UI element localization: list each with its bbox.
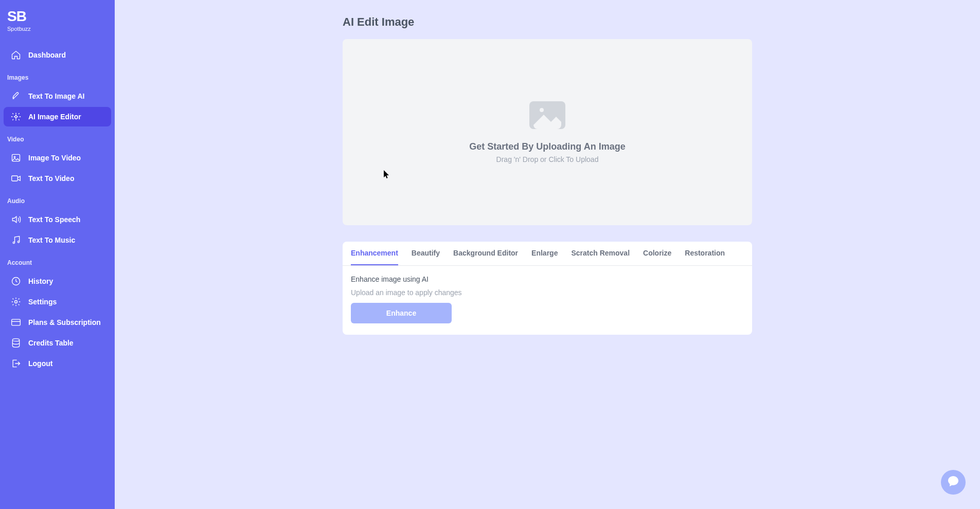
database-icon	[11, 338, 21, 348]
edit-options-card: Enhancement Beautify Background Editor E…	[343, 242, 752, 335]
chat-widget-button[interactable]	[941, 470, 966, 495]
sidebar-item-label: Credits Table	[28, 339, 74, 347]
image-placeholder-icon	[529, 101, 565, 131]
video-icon	[11, 173, 21, 184]
tab-enhancement[interactable]: Enhancement	[351, 242, 398, 265]
nav-section-audio: Audio Text To Speech Text To Music	[0, 197, 115, 250]
home-icon	[11, 50, 21, 60]
gear-icon	[11, 297, 21, 307]
brand-logo: SB	[7, 9, 108, 24]
page-title: AI Edit Image	[343, 15, 752, 29]
sidebar-item-label: Text To Music	[28, 236, 75, 244]
tab-beautify[interactable]: Beautify	[412, 242, 440, 265]
upload-title: Get Started By Uploading An Image	[469, 141, 625, 152]
clock-icon	[11, 276, 21, 286]
speaker-icon	[11, 214, 21, 225]
logout-icon	[11, 358, 21, 369]
svg-point-3	[13, 242, 14, 243]
sidebar-item-logout[interactable]: Logout	[4, 354, 111, 373]
image-icon	[11, 153, 21, 163]
sidebar-item-plans[interactable]: Plans & Subscription	[4, 313, 111, 332]
sidebar: SB Spotbuzz Dashboard Images Text To Ima…	[0, 0, 115, 509]
tab-enlarge[interactable]: Enlarge	[531, 242, 558, 265]
sidebar-item-label: AI Image Editor	[28, 113, 81, 121]
nav-section-account: Account History Settings Plans & Subscri…	[0, 259, 115, 373]
card-icon	[11, 317, 21, 328]
sidebar-item-ai-image-editor[interactable]: AI Image Editor	[4, 107, 111, 126]
brush-icon	[11, 91, 21, 101]
svg-rect-7	[12, 319, 21, 325]
sparkle-icon	[11, 112, 21, 122]
tab-background-editor[interactable]: Background Editor	[453, 242, 518, 265]
svg-point-8	[12, 339, 19, 341]
nav-section-title: Account	[0, 259, 115, 270]
tab-scratch-removal[interactable]: Scratch Removal	[571, 242, 630, 265]
nav-section-title: Video	[0, 136, 115, 147]
cursor-icon	[384, 170, 390, 178]
sidebar-item-image-to-video[interactable]: Image To Video	[4, 148, 111, 168]
music-icon	[11, 235, 21, 245]
nav-section-video: Video Image To Video Text To Video	[0, 136, 115, 188]
chat-icon	[947, 475, 959, 489]
tab-content: Enhance image using AI Upload an image t…	[343, 266, 752, 335]
tab-hint: Upload an image to apply changes	[351, 288, 744, 297]
brand-name: Spotbuzz	[7, 26, 108, 32]
svg-rect-2	[12, 176, 18, 181]
sidebar-item-text-to-image[interactable]: Text To Image AI	[4, 86, 111, 106]
tab-colorize[interactable]: Colorize	[643, 242, 671, 265]
brand-block[interactable]: SB Spotbuzz	[0, 9, 115, 36]
sidebar-item-label: Text To Video	[28, 174, 74, 183]
sidebar-item-text-to-speech[interactable]: Text To Speech	[4, 210, 111, 229]
sidebar-item-label: Image To Video	[28, 154, 81, 162]
tab-description: Enhance image using AI	[351, 275, 744, 283]
main-content: AI Edit Image Get Started By Uploading A…	[115, 0, 980, 509]
svg-rect-0	[12, 154, 20, 161]
nav-top: Dashboard	[0, 45, 115, 65]
svg-point-4	[17, 241, 19, 243]
sidebar-item-label: Plans & Subscription	[28, 318, 101, 326]
svg-point-6	[15, 301, 17, 303]
sidebar-item-label: Logout	[28, 359, 52, 368]
sidebar-item-label: Settings	[28, 298, 57, 306]
tab-restoration[interactable]: Restoration	[685, 242, 725, 265]
enhance-button[interactable]: Enhance	[351, 303, 452, 323]
sidebar-item-label: History	[28, 277, 53, 285]
upload-dropzone[interactable]: Get Started By Uploading An Image Drag '…	[343, 39, 752, 225]
sidebar-item-label: Dashboard	[28, 51, 66, 59]
sidebar-item-text-to-music[interactable]: Text To Music	[4, 230, 111, 250]
nav-section-title: Audio	[0, 197, 115, 209]
sidebar-item-history[interactable]: History	[4, 271, 111, 291]
sidebar-item-settings[interactable]: Settings	[4, 292, 111, 312]
svg-point-1	[14, 156, 15, 158]
sidebar-item-label: Text To Speech	[28, 215, 80, 224]
nav-section-title: Images	[0, 74, 115, 85]
tabs-bar: Enhancement Beautify Background Editor E…	[343, 242, 752, 266]
upload-subtitle: Drag 'n' Drop or Click To Upload	[496, 155, 599, 163]
svg-point-10	[540, 108, 544, 112]
sidebar-item-dashboard[interactable]: Dashboard	[4, 45, 111, 65]
sidebar-item-text-to-video[interactable]: Text To Video	[4, 169, 111, 188]
sidebar-item-credits[interactable]: Credits Table	[4, 333, 111, 353]
sidebar-item-label: Text To Image AI	[28, 92, 84, 100]
nav-section-images: Images Text To Image AI AI Image Editor	[0, 74, 115, 126]
